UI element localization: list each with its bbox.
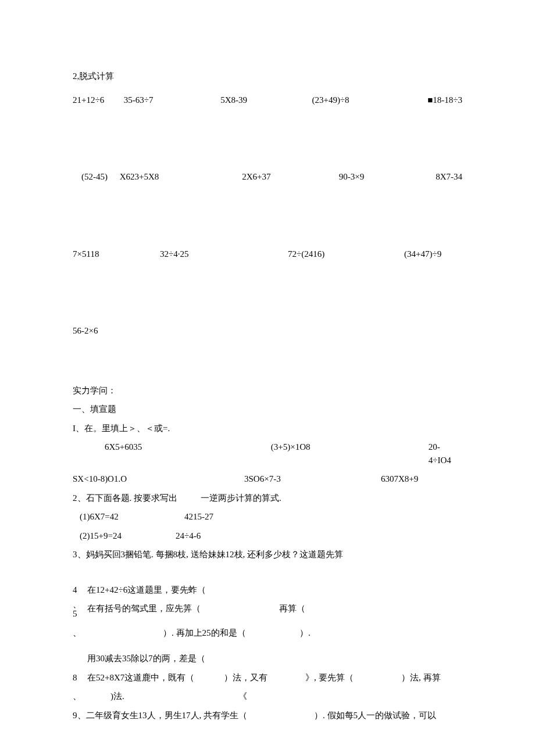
expr: 90-3×9 (339, 170, 436, 184)
calc-row-4: 56-2×6 (73, 324, 462, 338)
num: 8 (73, 671, 87, 685)
expr: 56-2×6 (73, 324, 98, 338)
q4: 4 在12+42÷6这道题里，要先蚱（ (73, 583, 462, 597)
text: 》, 要先算（ (305, 671, 401, 685)
expr: 5X8-39 (220, 94, 312, 107)
text: ）. 假如每5人一的做试验，可以 (314, 709, 436, 722)
expr: 6X5+6035 (105, 440, 271, 467)
num: 5 (73, 609, 77, 618)
text: 9、二年级育女生13人，男生17人, 共有学生（ (73, 709, 314, 722)
text: 在有括号的驾式里，应先筭（ (87, 602, 279, 621)
calc-row-1: 21+12÷6 35-63÷7 5X8-39 (23+49)÷8 ■18-18÷… (73, 94, 462, 107)
expr: (2)15+9=24 (80, 529, 176, 543)
fill-title: 一、填宣题 (73, 403, 462, 416)
text: ）法，又有 (224, 671, 305, 685)
q2-line2: (2)15+9=24 24÷4-6 (73, 529, 462, 543)
expr: X623+5X8 (120, 170, 242, 184)
punct: 、 (73, 690, 87, 703)
expr: 3SO6×7-3 (244, 472, 381, 486)
expr: (34+47)÷9 (404, 248, 441, 261)
q3: 3、妈妈买回3捆铅笔. 每捆8枝, 送给妹妹12枝, 还利多少枝？这道题先算 (73, 548, 462, 561)
expr: 20-4÷IO4 (429, 440, 462, 467)
expr: (52-45) (81, 170, 120, 184)
text: 一逆两步计算的算式. (201, 492, 281, 505)
punct: 、 (73, 602, 87, 607)
calc-row-2: (52-45) X623+5X8 2X6+37 90-3×9 8X7-34 (73, 170, 462, 184)
expr: 21+12÷6 (73, 94, 124, 107)
expr: ■18-18÷3 (427, 94, 462, 107)
expr: 24÷4-6 (176, 529, 201, 543)
expr: 6307X8+9 (381, 472, 418, 486)
text: 2、石下面各题. 按要求写出 (73, 492, 201, 505)
expr: 2X6+37 (242, 170, 339, 184)
expr: 72÷(2416) (288, 248, 404, 261)
expr: 35-63÷7 (124, 94, 220, 107)
ability-title: 实力学问： (73, 384, 462, 397)
expr: 32÷4·25 (160, 248, 288, 261)
expr: (3+5)×1O8 (271, 440, 429, 467)
q8-row2: 、 )法. 《 (73, 690, 462, 703)
punct: 、 (73, 626, 87, 640)
q8-row1: 8 在52+8X7这道鹿中，既有（ ）法，又有 》, 要先算（ ）法, 再算 (73, 671, 462, 685)
punct-num: 、 5 (73, 602, 87, 621)
text: ）法, 再算 (401, 671, 441, 685)
q6: 用30减去35除以7的两，差是（ (73, 652, 462, 665)
expr: 7×5118 (73, 248, 160, 261)
num: 4 (73, 583, 87, 597)
q1-row2: SX<10-8)O1.O 3SO6×7-3 6307X8+9 (73, 472, 462, 486)
text: 再算（ (279, 602, 305, 621)
q2-line1: (1)6X7=42 4215-27 (73, 510, 462, 524)
text: 在52+8X7这道鹿中，既有（ (87, 671, 224, 685)
section2-title: 2,脱式计算 (73, 70, 462, 83)
text: 《 (238, 690, 247, 703)
calc-row-3: 7×5118 32÷4·25 72÷(2416) (34+47)÷9 (73, 248, 462, 261)
q2-prompt: 2、石下面各题. 按要求写出 一逆两步计算的算式. (73, 492, 462, 505)
expr: (1)6X7=42 (80, 510, 184, 524)
text: 在12+42÷6这道题里，要先蚱（ (87, 583, 206, 597)
q1-prompt: I、在。里填上＞、＜或=. (73, 422, 462, 435)
text: ）. 再加上25的和是（ (163, 626, 299, 640)
q9: 9、二年级育女生13人，男生17人, 共有学生（ ）. 假如每5人一的做试验，可… (73, 709, 462, 722)
expr: 8X7-34 (436, 170, 462, 184)
q1-row1: 6X5+6035 (3+5)×1O8 20-4÷IO4 (73, 440, 462, 467)
expr: SX<10-8)O1.O (73, 472, 244, 486)
expr: 4215-27 (184, 510, 213, 524)
q5-row1: 、 5 在有括号的驾式里，应先筭（ 再算（ (73, 602, 462, 621)
q5-row2: 、 ）. 再加上25的和是（ ）. (73, 626, 462, 640)
text: ）. (299, 626, 311, 640)
text: )法. (110, 690, 238, 703)
expr: (23+49)÷8 (312, 94, 427, 107)
